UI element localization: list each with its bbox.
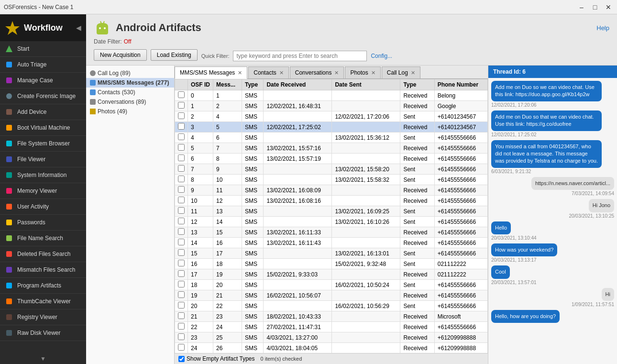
row-checkbox[interactable] [178, 154, 185, 161]
config-link[interactable]: Config... [371, 53, 392, 59]
row-checkbox[interactable] [178, 249, 185, 256]
row-checkbox[interactable] [178, 302, 185, 309]
sidebar-item-deleted-files-search[interactable]: Deleted Files Search [0, 246, 86, 262]
tree-item-mms-sms[interactable]: MMS/SMS Messages (277) [86, 78, 174, 88]
table-row[interactable]: 18 20 SMS 16/02/2021, 10:50:24 Sent +614… [175, 280, 488, 290]
table-row[interactable]: 15 17 SMS 13/02/2021, 16:13:01 Sent +614… [175, 248, 488, 259]
row-checkbox[interactable] [178, 91, 185, 98]
sidebar-scroll-down[interactable]: ▼ [0, 353, 86, 364]
table-row[interactable]: 22 24 SMS 27/02/2021, 11:47:31 Received … [175, 322, 488, 332]
table-row[interactable]: 11 13 SMS 13/02/2021, 16:09:25 Sent +614… [175, 206, 488, 217]
sidebar-item-user-activity[interactable]: User Activity [0, 199, 86, 215]
sidebar-item-passwords[interactable]: Passwords [0, 215, 86, 231]
tree-item-call-log[interactable]: Call Log (89) [86, 68, 174, 78]
sidebar-item-registry-viewer[interactable]: Registry Viewer [0, 309, 86, 325]
sidebar-item-program-artifacts[interactable]: Program Artifacts [0, 278, 86, 294]
tab-close-mms[interactable]: ✕ [238, 70, 242, 76]
table-row[interactable]: 8 10 SMS 13/02/2021, 15:58:32 Sent +6145… [175, 175, 488, 185]
row-checkbox[interactable] [178, 333, 185, 340]
tab-close-call-log[interactable]: ✕ [411, 70, 415, 76]
table-row[interactable]: 0 1 SMS Received Belong [175, 90, 488, 101]
help-link[interactable]: Help [596, 24, 609, 32]
tab-call-log[interactable]: Call Log ✕ [382, 66, 420, 78]
col-header-msg-type[interactable]: Type [400, 79, 434, 90]
table-row[interactable]: 5 7 SMS 13/02/2021, 15:57:16 Received +6… [175, 143, 488, 154]
row-checkbox[interactable] [178, 281, 185, 287]
col-header-osf-id[interactable]: OSF ID [188, 79, 213, 90]
table-row[interactable]: 14 16 SMS 13/02/2021, 16:11:43 Received … [175, 238, 488, 248]
row-checkbox[interactable] [178, 270, 185, 277]
col-header-type[interactable]: Type [242, 79, 264, 90]
date-filter-value[interactable]: Off [124, 38, 132, 45]
table-row[interactable]: 6 8 SMS 13/02/2021, 15:57:19 Received +6… [175, 154, 488, 164]
row-checkbox[interactable] [178, 207, 185, 214]
sidebar-item-raw-disk-viewer[interactable]: Raw Disk Viewer [0, 325, 86, 341]
table-row[interactable]: 20 22 SMS 16/02/2021, 10:56:29 Sent +614… [175, 301, 488, 311]
row-checkbox[interactable] [178, 218, 185, 224]
row-checkbox[interactable] [178, 176, 185, 182]
row-checkbox[interactable] [178, 197, 185, 203]
table-row[interactable]: 7 9 SMS 13/02/2021, 15:58:20 Sent +61455… [175, 164, 488, 175]
sidebar-item-boot-virtual-machine[interactable]: Boot Virtual Machine [0, 120, 86, 136]
tab-conversations[interactable]: Conversations ✕ [290, 66, 344, 78]
tree-item-contacts[interactable]: Contacts (530) [86, 88, 174, 97]
tab-close-photos[interactable]: ✕ [371, 70, 375, 76]
tab-close-conversations[interactable]: ✕ [334, 70, 339, 76]
col-header-date-sent[interactable]: Date Sent [332, 79, 400, 90]
show-empty-checkbox[interactable] [178, 356, 185, 362]
sidebar-item-file-system-browser[interactable]: File System Browser [0, 136, 86, 152]
row-checkbox[interactable] [178, 144, 185, 151]
col-header-date-received[interactable]: Date Received [264, 79, 332, 90]
table-row[interactable]: 12 14 SMS 13/02/2021, 16:10:26 Sent +614… [175, 217, 488, 227]
table-row[interactable]: 13 15 SMS 13/02/2021, 16:11:33 Received … [175, 227, 488, 238]
tree-item-photos[interactable]: Photos (49) [86, 107, 174, 116]
row-checkbox[interactable] [178, 186, 185, 193]
table-row[interactable]: 9 11 SMS 13/02/2021, 16:08:09 Received +… [175, 185, 488, 196]
tree-item-conversations[interactable]: Conversations (89) [86, 97, 174, 107]
row-checkbox[interactable] [178, 228, 185, 235]
table-row[interactable]: 24 26 SMS 4/03/2021, 18:04:05 Received +… [175, 343, 488, 353]
sidebar-item-mismatch-files-search[interactable]: Mismatch Files Search [0, 262, 86, 278]
sidebar-item-auto-triage[interactable]: Auto Triage [0, 57, 86, 73]
sidebar-item-create-forensic-image[interactable]: Create Forensic Image [0, 88, 86, 104]
close-button[interactable]: ✕ [604, 2, 613, 12]
row-checkbox[interactable] [178, 239, 185, 245]
row-checkbox[interactable] [178, 112, 185, 119]
sidebar-item-add-device[interactable]: Add Device [0, 104, 86, 120]
row-checkbox[interactable] [178, 133, 185, 140]
sidebar-item-start[interactable]: Start [0, 41, 86, 57]
tab-photos[interactable]: Photos ✕ [345, 66, 380, 78]
sidebar-item-memory-viewer[interactable]: Memory Viewer [0, 183, 86, 199]
quick-filter-input[interactable] [233, 51, 367, 61]
sidebar-item-file-name-search[interactable]: File Name Search [0, 231, 86, 246]
row-checkbox[interactable] [178, 123, 185, 130]
table-row[interactable]: 4 6 SMS 13/02/2021, 15:36:12 Sent +61455… [175, 132, 488, 143]
sidebar-item-system-information[interactable]: System Information [0, 167, 86, 183]
table-row[interactable]: 2 4 SMS 12/02/2021, 17:20:06 Sent +61401… [175, 111, 488, 122]
col-header-phone[interactable]: Phone Number [434, 79, 487, 90]
row-checkbox[interactable] [178, 165, 185, 172]
table-row[interactable]: 17 19 SMS 15/02/2021, 9:33:03 Received 0… [175, 269, 488, 280]
row-checkbox[interactable] [178, 291, 185, 298]
tab-close-contacts[interactable]: ✕ [279, 70, 284, 76]
row-checkbox[interactable] [178, 312, 185, 319]
table-row[interactable]: 23 25 SMS 4/03/2021, 13:27:00 Received +… [175, 332, 488, 343]
table-row[interactable]: 16 18 SMS 15/02/2021, 9:32:48 Sent 02111… [175, 259, 488, 269]
row-checkbox[interactable] [178, 102, 185, 109]
col-header-mess[interactable]: Mess... [213, 79, 242, 90]
row-checkbox[interactable] [178, 344, 185, 351]
table-row[interactable]: 3 5 SMS 12/02/2021, 17:25:02 Received +6… [175, 122, 488, 132]
table-row[interactable]: 19 21 SMS 16/02/2021, 10:56:07 Received … [175, 290, 488, 301]
table-row[interactable]: 21 23 SMS 18/02/2021, 10:43:33 Received … [175, 311, 488, 322]
row-checkbox[interactable] [178, 323, 185, 330]
sidebar-item-manage-case[interactable]: Manage Case [0, 73, 86, 88]
load-existing-button[interactable]: Load Existing [151, 49, 198, 61]
sidebar-item-thumbcache-viewer[interactable]: ThumbCache Viewer [0, 294, 86, 309]
sidebar-item-file-viewer[interactable]: File Viewer [0, 152, 86, 167]
new-acquisition-button[interactable]: New Acquisition [94, 49, 147, 61]
tab-mms-sms[interactable]: MMS/SMS Messages ✕ [175, 66, 247, 79]
maximize-button[interactable]: □ [590, 2, 600, 12]
tab-contacts[interactable]: Contacts ✕ [248, 66, 288, 78]
table-row[interactable]: 10 12 SMS 13/02/2021, 16:08:16 Received … [175, 196, 488, 206]
row-checkbox[interactable] [178, 260, 185, 266]
